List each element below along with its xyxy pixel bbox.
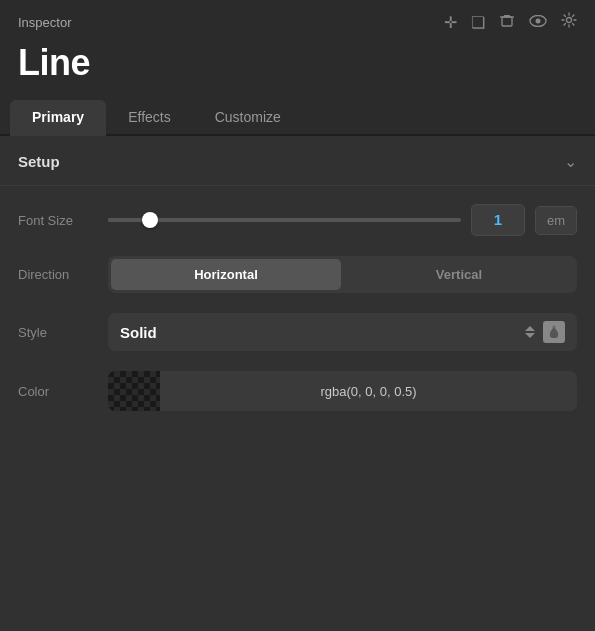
direction-vertical[interactable]: Vertical — [344, 259, 574, 290]
svg-rect-0 — [502, 17, 512, 26]
color-control-wrapper: rgba(0, 0, 0, 0.5) — [108, 371, 577, 411]
trash-icon[interactable] — [499, 12, 515, 32]
inspector-title: Inspector — [18, 15, 71, 30]
tab-effects[interactable]: Effects — [106, 100, 193, 136]
style-control: Solid — [108, 313, 577, 351]
direction-control: Horizontal Vertical — [108, 256, 577, 293]
slider-thumb[interactable] — [142, 212, 158, 228]
gear-icon[interactable] — [561, 12, 577, 32]
font-size-row: Font Size 1 em — [18, 204, 577, 236]
svg-point-4 — [536, 19, 541, 24]
setup-chevron[interactable]: ⌄ — [564, 152, 577, 171]
font-size-unit: em — [535, 206, 577, 235]
tabs-bar: Primary Effects Customize — [0, 100, 595, 136]
direction-label: Direction — [18, 267, 108, 282]
font-size-label: Font Size — [18, 213, 108, 228]
style-row: Style Solid — [18, 313, 577, 351]
tab-primary[interactable]: Primary — [10, 100, 106, 136]
color-value: rgba(0, 0, 0, 0.5) — [160, 384, 577, 399]
svg-point-7 — [553, 326, 556, 329]
style-select[interactable]: Solid — [108, 313, 577, 351]
content-area: Setup ⌄ Font Size 1 em — [0, 136, 595, 631]
direction-toggle: Horizontal Vertical — [108, 256, 577, 293]
form-area: Font Size 1 em Direction Hor — [0, 186, 595, 411]
plus-icon[interactable]: ✛ — [444, 13, 457, 32]
inspector-panel: Inspector ✛ ❏ Line Primary Effects Custo… — [0, 0, 595, 631]
font-size-value: 1 — [494, 211, 502, 228]
bottom-padding — [0, 431, 595, 451]
eye-icon[interactable] — [529, 13, 547, 31]
style-select-controls — [525, 321, 565, 343]
color-checker — [108, 371, 160, 411]
arrow-down-icon — [525, 333, 535, 338]
direction-row: Direction Horizontal Vertical — [18, 256, 577, 293]
header-icons: ✛ ❏ — [444, 12, 577, 32]
bucket-icon[interactable] — [543, 321, 565, 343]
copy-icon[interactable]: ❏ — [471, 13, 485, 32]
component-name: Line — [0, 38, 595, 100]
svg-point-5 — [567, 18, 572, 23]
tab-customize[interactable]: Customize — [193, 100, 303, 136]
direction-horizontal[interactable]: Horizontal — [111, 259, 341, 290]
setup-title: Setup — [18, 153, 60, 170]
header: Inspector ✛ ❏ — [0, 0, 595, 38]
color-row: Color rgba(0, 0, 0, 0.5) — [18, 371, 577, 411]
style-value: Solid — [120, 324, 157, 341]
arrow-up-icon — [525, 326, 535, 331]
color-label: Color — [18, 384, 108, 399]
style-label: Style — [18, 325, 108, 340]
font-size-value-box[interactable]: 1 — [471, 204, 525, 236]
font-size-control: 1 em — [108, 204, 577, 236]
color-control[interactable]: rgba(0, 0, 0, 0.5) — [108, 371, 577, 411]
setup-section-header: Setup ⌄ — [0, 136, 595, 185]
font-size-slider[interactable] — [108, 218, 461, 222]
updown-icon[interactable] — [525, 326, 535, 338]
